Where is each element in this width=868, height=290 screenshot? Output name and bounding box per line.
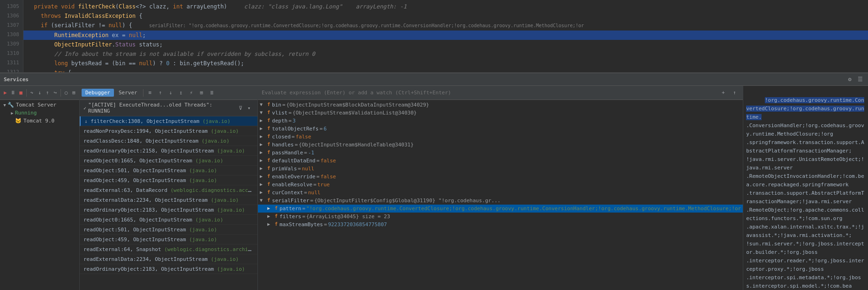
expand-watch-button[interactable]: ↑: [730, 88, 739, 98]
thread-check-icon: ✓: [83, 106, 86, 111]
var-serialFilter[interactable]: ▼ f serialFilter = {ObjectInputFilter$Co…: [258, 197, 743, 205]
var-totalObjectRefs[interactable]: ▶ f totalObjectRefs = 6: [258, 125, 743, 133]
line-num-1306: 1306: [4, 11, 19, 21]
stack-frame-8[interactable]: readExternalData:2234, ObjectInputStream…: [80, 195, 257, 205]
stack-frame-1[interactable]: readNonProxyDesc:1994, ObjectInputStream…: [80, 126, 257, 136]
stack-frame-15[interactable]: readOrdinaryObject:2183, ObjectInputStre…: [80, 264, 257, 274]
serial-filter-content: !org.codehaus.groovy.runtime.ConvertedCl…: [743, 86, 868, 290]
code-line-1309: ObjectInputFilter.Status status;: [23, 40, 868, 49]
restore-layout-button[interactable]: ⊞: [70, 88, 77, 98]
stack-frame-10[interactable]: readObject0:1665, ObjectInputStream (jav…: [80, 215, 257, 225]
step-into-button[interactable]: ↓: [36, 88, 43, 98]
line-num-1309: 1309: [4, 39, 19, 49]
tree-item-running[interactable]: ▶ Running: [0, 109, 79, 117]
stack-frame-4[interactable]: readObject0:1665, ObjectInputStream (jav…: [80, 156, 257, 166]
running-label: Running: [15, 110, 37, 116]
line-num-1308: 1308: [4, 30, 19, 39]
thread-toolbar-btn3[interactable]: ↓: [166, 88, 175, 98]
stop-button[interactable]: ■: [17, 88, 24, 98]
toolbar-divider: [26, 89, 27, 97]
line-num-1312: 1312: [4, 68, 19, 73]
line-num-1310: 1310: [4, 49, 19, 58]
code-line-1311: long bytesRead = (bin == null) ? 0 : bin…: [23, 59, 868, 68]
server-tree: ▼ 🔧 Tomcat Server ▶ Running 🐱 Tomcat 9.0: [0, 100, 79, 290]
stack-frame-5[interactable]: readObject:501, ObjectInputStream (java.…: [80, 166, 257, 176]
var-bin[interactable]: ▼ f bin = {ObjectInputStream$BlockDataIn…: [258, 101, 743, 109]
var-enableResolve[interactable]: ▶ f enableResolve = true: [258, 181, 743, 189]
gear-icon[interactable]: ☰: [856, 75, 864, 84]
run-to-cursor-button[interactable]: ↪: [52, 88, 59, 98]
settings-icon[interactable]: ⚙: [845, 75, 854, 84]
filter-highlight-1: !org.codehaus.groovy.runtime.ConvertedCl…: [746, 97, 864, 120]
tab-server[interactable]: Server: [115, 89, 141, 97]
tab-debugger[interactable]: Debugger: [82, 89, 114, 97]
stack-frame-11[interactable]: readObject:501, ObjectInputStream (java.…: [80, 225, 257, 235]
watch-input[interactable]: [262, 90, 717, 96]
add-watch-button[interactable]: +: [718, 88, 728, 98]
thread-toolbar-btn2[interactable]: ↑: [156, 88, 165, 98]
tree-item-tomcat-server[interactable]: ▼ 🔧 Tomcat Server: [0, 101, 79, 109]
variables-panel: + ↑ ▼ f bin = {ObjectInputStream$BlockDa…: [258, 86, 743, 290]
var-enableOverride[interactable]: ▶ f enableOverride = false: [258, 173, 743, 181]
stack-frame-0[interactable]: ↓ filterCheck:1308, ObjectInputStream (j…: [80, 116, 257, 126]
var-defaultDataEnd[interactable]: ▶ f defaultDataEnd = false: [258, 157, 743, 165]
var-maxStreamBytes[interactable]: ▶ f maxStreamBytes = 9223372036854775807: [258, 221, 743, 229]
toolbar-divider-2: [60, 89, 61, 97]
var-handles[interactable]: ▶ f handles = {ObjectInputStream$HandleT…: [258, 141, 743, 149]
line-num-1305: 1305: [4, 2, 19, 11]
stack-frame-9[interactable]: readOrdinaryObject:2183, ObjectInputStre…: [80, 205, 257, 215]
step-over-button[interactable]: ↷: [29, 88, 36, 98]
stack-frame-2[interactable]: readClassDesc:1848, ObjectInputStream (j…: [80, 136, 257, 146]
var-closed[interactable]: ▶ f closed = false: [258, 133, 743, 141]
thread-toolbar-btn4[interactable]: ↥: [176, 88, 186, 98]
server-tree-panel: ▶ ⏸ ■ ↷ ↓ ↑ ↪ ○ ⊞ ▼ 🔧 Tomcat Server ▶ Ru…: [0, 86, 80, 290]
thread-toolbar-btn1[interactable]: ≡: [145, 88, 155, 98]
stack-frame-14[interactable]: readExternalData:2234, ObjectInputStream…: [80, 254, 257, 264]
thread-toolbar-btn5[interactable]: ⚡: [187, 88, 196, 98]
var-passHandle[interactable]: ▶ f passHandle = -1: [258, 149, 743, 157]
tree-arrow-running: ▶: [9, 110, 15, 116]
thread-dropdown[interactable]: ▾: [244, 103, 254, 113]
var-filters[interactable]: ▶ f filters = {ArrayList@34045} size = 2…: [258, 213, 743, 221]
code-line-1310: // Info about the stream is not availabl…: [23, 49, 868, 59]
var-vlist[interactable]: ▼ f vlist = {ObjectInputStream$Validatio…: [258, 109, 743, 117]
stack-frame-13[interactable]: readExternal:64, Snapshot (weblogic.diag…: [80, 244, 257, 254]
var-depth[interactable]: ▶ f depth = 3: [258, 117, 743, 125]
variables-list: ▼ f bin = {ObjectInputStream$BlockDataIn…: [258, 100, 743, 290]
vars-toolbar: + ↑: [258, 86, 743, 100]
code-line-1306: throws InvalidClassException {: [23, 11, 868, 21]
tab-divider: [143, 89, 143, 97]
tomcat9-label: Tomcat 9.0: [23, 118, 54, 124]
line-num-1307: 1307: [4, 21, 19, 30]
threads-stack-panel: Debugger Server ≡ ↑ ↓ ↥ ⚡ ⊞ ≣ ✓ "[ACTIVE…: [80, 86, 258, 290]
thread-toolbar-btn6[interactable]: ⊞: [197, 88, 206, 98]
tomcat-server-label: Tomcat Server: [16, 102, 56, 108]
line-numbers: 1305 1306 1307 1308 1309 1310 1311 1312: [0, 0, 23, 72]
var-primVals[interactable]: ▶ f primVals = null: [258, 165, 743, 173]
stack-frame-12[interactable]: readObject:459, ObjectInputStream (java.…: [80, 235, 257, 244]
code-content: private void filterCheck(Class<?> clazz,…: [23, 0, 868, 72]
services-title: Services: [4, 76, 845, 83]
debug-toolbar: ▶ ⏸ ■ ↷ ↓ ↑ ↪ ○ ⊞: [0, 86, 79, 100]
code-editor: 1305 1306 1307 1308 1309 1310 1311 1312 …: [0, 0, 868, 73]
tree-item-tomcat9[interactable]: 🐱 Tomcat 9.0: [0, 117, 79, 125]
thread-title: "[ACTIVE] ExecuteThread...oled Threads":…: [88, 102, 237, 114]
resume-button[interactable]: ▶: [2, 88, 9, 98]
line-num-1311: 1311: [4, 58, 19, 68]
stack-frame-3[interactable]: readOrdinaryObject:2158, ObjectInputStre…: [80, 146, 257, 156]
filter-icon[interactable]: ⊽: [239, 105, 242, 111]
code-line-1312: try {: [23, 68, 868, 72]
tomcat-server-icon: 🔧: [8, 102, 14, 108]
mute-breakpoints-button[interactable]: ○: [63, 88, 70, 98]
thread-toolbar-btn7[interactable]: ≣: [207, 88, 217, 98]
var-curContext[interactable]: ▶ f curContext = null: [258, 189, 743, 197]
tree-arrow-tomcat: ▼: [2, 102, 8, 108]
panel-toolbar: Debugger Server ≡ ↑ ↓ ↥ ⚡ ⊞ ≣: [80, 86, 257, 100]
thread-header: ✓ "[ACTIVE] ExecuteThread...oled Threads…: [80, 100, 257, 116]
stack-frame-6[interactable]: readObject:459, ObjectInputStream (java.…: [80, 176, 257, 185]
services-bar: Services ⚙ ☰: [0, 73, 868, 86]
pause-button[interactable]: ⏸: [10, 88, 17, 98]
var-pattern[interactable]: ▶ f pattern = "!org.codehaus.groovy.runt…: [258, 205, 743, 213]
stack-frame-7[interactable]: readExternal:63, DataRecord (weblogic.di…: [80, 185, 257, 195]
step-out-button[interactable]: ↑: [44, 88, 51, 98]
